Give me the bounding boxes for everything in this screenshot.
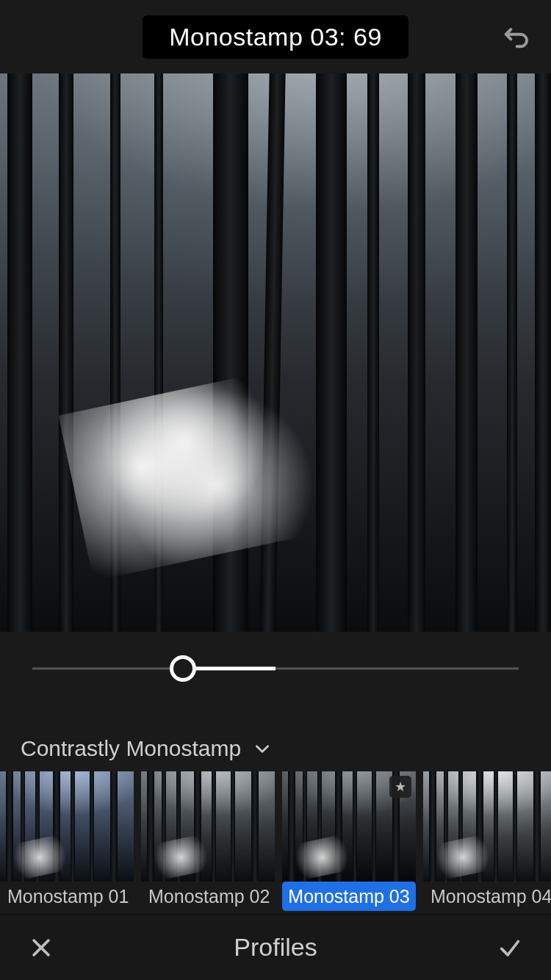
footer-bar: Profiles (0, 914, 551, 980)
preset-label: Monostamp 03 (282, 882, 416, 911)
preset-thumbnail (423, 771, 551, 882)
profile-value-pill[interactable]: Monostamp 03: 69 (143, 15, 408, 59)
preset-item[interactable]: Monostamp 04 (423, 771, 551, 911)
preset-thumbnail: ★ (282, 771, 416, 882)
header: Monostamp 03: 69 (0, 0, 551, 73)
star-icon: ★ (395, 779, 406, 795)
preset-thumbnail-strip[interactable]: Monostamp 01Monostamp 02★Monostamp 03Mon… (0, 771, 551, 911)
close-icon (29, 935, 54, 960)
preset-item[interactable]: Monostamp 01 (0, 771, 134, 911)
preset-thumbnail (0, 771, 134, 882)
confirm-button[interactable] (494, 932, 526, 964)
slider-track (32, 668, 519, 670)
check-icon (497, 935, 522, 960)
preset-item[interactable]: ★Monostamp 03 (282, 771, 416, 911)
slider-fill (183, 667, 276, 671)
cancel-button[interactable] (25, 932, 57, 964)
app-root: Monostamp 03: 69 Contrastly Mono (0, 0, 551, 980)
photo-preview[interactable] (0, 73, 551, 632)
undo-button[interactable] (500, 21, 532, 53)
preset-label: Monostamp 04 (423, 882, 551, 911)
preset-label: Monostamp 01 (0, 882, 134, 911)
undo-icon (501, 22, 530, 51)
favorite-badge[interactable]: ★ (389, 776, 411, 798)
preset-category-label: Contrastly Monostamp (21, 736, 241, 761)
preset-thumbnail (141, 771, 275, 882)
preset-category-dropdown[interactable]: Contrastly Monostamp (0, 705, 551, 771)
slider-knob[interactable] (170, 655, 196, 682)
preset-item[interactable]: Monostamp 02 (141, 771, 275, 911)
intensity-slider-zone (0, 632, 551, 705)
preset-label: Monostamp 02 (141, 882, 275, 911)
intensity-slider[interactable] (32, 654, 519, 683)
footer-title: Profiles (234, 933, 317, 962)
chevron-down-icon (253, 739, 272, 758)
